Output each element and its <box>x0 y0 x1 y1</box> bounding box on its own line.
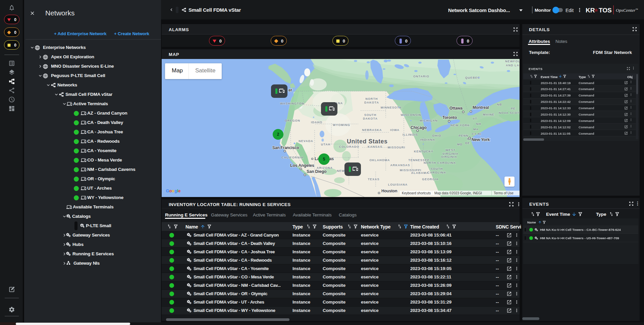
svg-text:WISCONSIN: WISCONSIN <box>400 113 421 117</box>
svg-text:ARKANSAS: ARKANSAS <box>390 164 410 167</box>
svg-text:NEW YORK: NEW YORK <box>450 124 470 127</box>
svg-text:LOUISIANA: LOUISIANA <box>388 183 408 186</box>
svg-text:WASHINGTON: WASHINGTON <box>280 102 304 105</box>
svg-text:Ottawa: Ottawa <box>449 106 463 111</box>
svg-text:MAINE: MAINE <box>483 113 494 116</box>
svg-text:TEXAS: TEXAS <box>368 178 379 181</box>
svg-text:United States: United States <box>347 138 388 145</box>
svg-text:ILLINOIS: ILLINOIS <box>402 133 418 136</box>
svg-text:CT RI: CT RI <box>472 132 482 136</box>
svg-text:ALABAMA: ALABAMA <box>411 171 429 175</box>
svg-text:KANSAS: KANSAS <box>368 145 382 148</box>
svg-text:NEWFOU: NEWFOU <box>505 60 520 63</box>
svg-text:MD: MD <box>457 143 463 146</box>
svg-text:New York: New York <box>472 137 490 142</box>
svg-text:OHIO: OHIO <box>432 134 441 137</box>
svg-text:MINNESOTA: MINNESOTA <box>381 106 401 109</box>
svg-text:er: er <box>288 88 292 92</box>
svg-text:Google: Google <box>166 188 181 193</box>
svg-text:Montreal: Montreal <box>473 105 489 110</box>
svg-text:NEVADA: NEVADA <box>299 139 313 143</box>
svg-text:San Francisco: San Francisco <box>272 145 299 150</box>
svg-text:INDIANA: INDIANA <box>420 138 435 141</box>
svg-text:NOVA SCOTI: NOVA SCOTI <box>499 111 520 115</box>
svg-text:San Diego: San Diego <box>307 169 327 174</box>
svg-text:ONTARIO: ONTARIO <box>413 75 429 78</box>
svg-text:QUEBEC: QUEBEC <box>465 76 480 79</box>
svg-text:WEST: WEST <box>445 148 455 152</box>
svg-text:GEORGIA: GEORGIA <box>422 178 439 181</box>
svg-text:IOWA: IOWA <box>390 128 399 132</box>
svg-text:IDAHO: IDAHO <box>311 121 322 124</box>
svg-text:NEW: NEW <box>337 169 345 173</box>
svg-text:VT: VT <box>473 117 477 120</box>
svg-text:CAROLINA: CAROLINA <box>427 171 446 174</box>
svg-text:COLORADO: COLORADO <box>339 145 360 148</box>
svg-text:PENN: PENN <box>459 134 468 137</box>
svg-text:Los Angeles: Los Angeles <box>290 163 314 168</box>
svg-text:DAKOTA: DAKOTA <box>364 101 379 104</box>
svg-text:NORTH CAROLINA: NORTH CAROLINA <box>424 161 456 165</box>
svg-text:VIRGINIA: VIRGINIA <box>441 155 457 158</box>
svg-text:MICHIGAN: MICHIGAN <box>420 119 438 122</box>
svg-text:PE: PE <box>511 107 516 110</box>
svg-text:SOUTH: SOUTH <box>431 167 443 171</box>
svg-text:NEBRASKA: NEBRASKA <box>362 128 382 132</box>
svg-text:Houston: Houston <box>381 189 397 193</box>
svg-text:OKLAHOMA: OKLAHOMA <box>370 158 390 162</box>
svg-text:SOUTH: SOUTH <box>364 113 377 117</box>
svg-text:UTAH: UTAH <box>321 143 330 146</box>
svg-text:KENTUCKY: KENTUCKY <box>414 150 433 153</box>
svg-text:DE: DE <box>465 141 470 145</box>
svg-text:AND LAB: AND LAB <box>506 64 520 67</box>
svg-text:CALIFORNIA: CALIFORNIA <box>281 156 304 159</box>
svg-text:MISSOURI: MISSOURI <box>388 146 406 149</box>
svg-text:WYOMING: WYOMING <box>333 123 350 127</box>
svg-text:OREGON: OREGON <box>285 119 300 122</box>
svg-text:DAKOTA: DAKOTA <box>363 117 378 120</box>
svg-text:MA: MA <box>473 128 479 131</box>
svg-text:NB: NB <box>497 103 502 106</box>
svg-text:Chicago: Chicago <box>411 125 427 130</box>
svg-text:NH: NH <box>476 122 481 126</box>
svg-text:Toronto: Toronto <box>442 115 457 120</box>
svg-text:NORTH: NORTH <box>366 97 378 101</box>
